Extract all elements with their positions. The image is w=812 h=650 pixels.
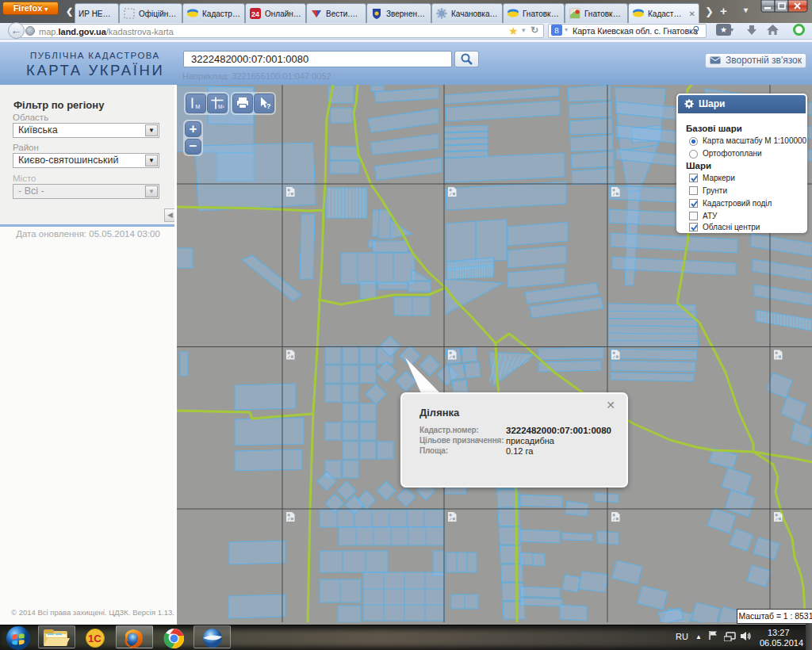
svg-text:24: 24 xyxy=(251,10,259,18)
svg-text:M²: M² xyxy=(218,104,224,109)
svg-text:?: ? xyxy=(266,102,271,110)
svg-text:1С: 1С xyxy=(88,633,102,644)
svg-text:M: M xyxy=(196,104,201,109)
